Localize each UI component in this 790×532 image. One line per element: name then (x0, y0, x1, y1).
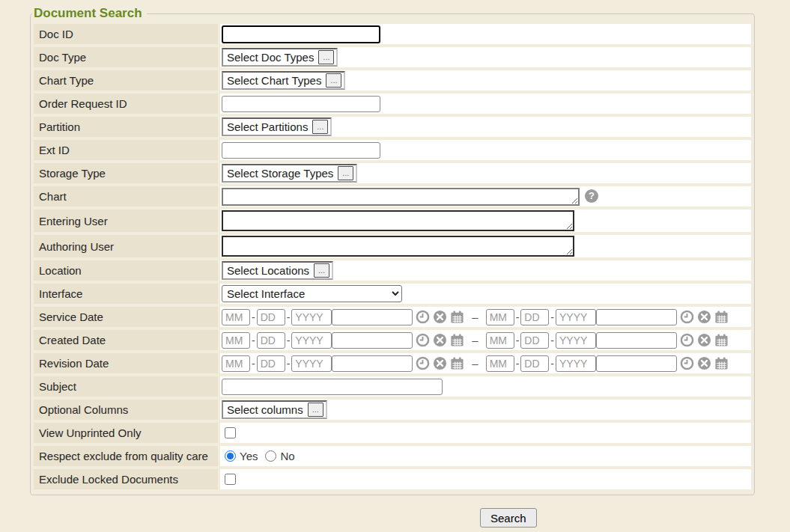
doc-type-picker[interactable]: Select Doc Types... (222, 48, 338, 67)
revision-date-to-year-input[interactable] (556, 355, 596, 372)
row-label-entering-user: Entering User (34, 210, 218, 232)
clear-icon[interactable] (697, 310, 711, 324)
revision-date-to-month-input[interactable] (486, 355, 514, 372)
created-date-from-year-input[interactable] (291, 332, 332, 349)
exclude-locked-documents-checkbox[interactable] (225, 474, 236, 485)
chart-textarea[interactable] (222, 188, 580, 206)
partition-picker[interactable]: Select Partitions... (222, 117, 332, 136)
service-date-to-day-input[interactable] (520, 309, 549, 325)
clear-icon[interactable] (433, 310, 447, 324)
service-date-from-year-input[interactable] (291, 309, 332, 325)
doc-type-picker-label: Select Doc Types (227, 51, 314, 64)
location-picker-button[interactable]: ... (314, 263, 329, 278)
chart-type-picker-label: Select Chart Types (227, 74, 321, 87)
authoring-user-textarea[interactable] (222, 236, 574, 257)
calendar-icon[interactable] (450, 310, 464, 324)
row-label-chart: Chart (34, 186, 218, 207)
form-row-storage-type: Storage TypeSelect Storage Types... (34, 163, 751, 183)
doc-id-input[interactable] (222, 25, 380, 43)
calendar-icon[interactable] (450, 333, 464, 347)
revision-date-from-day-input[interactable] (257, 355, 285, 372)
search-button[interactable]: Search (480, 508, 537, 528)
revision-date-from-time-input[interactable] (332, 355, 413, 372)
ext-id-input[interactable] (222, 142, 380, 159)
row-value-order-request-id (220, 94, 751, 114)
form-row-ext-id: Ext ID (34, 140, 751, 160)
respect-exclude-from-quality-care-radio-group: YesNo (222, 449, 750, 463)
storage-type-picker-label: Select Storage Types (227, 167, 333, 180)
interface-select[interactable]: Select Interface (222, 285, 402, 302)
chart-type-picker-button[interactable]: ... (326, 73, 341, 88)
revision-date-from-month-input[interactable] (222, 355, 250, 372)
created-date-from-day-input[interactable] (257, 332, 285, 349)
row-label-respect-exclude-from-quality-care: Respect exclude from quality care (34, 446, 218, 466)
respect-exclude-from-quality-care-radio-yes[interactable] (225, 450, 236, 462)
clock-icon[interactable] (680, 356, 694, 370)
clock-icon[interactable] (416, 310, 430, 324)
form-row-authoring-user: Authoring User (34, 235, 751, 257)
row-value-ext-id (220, 140, 751, 160)
optional-columns-picker-button[interactable]: ... (308, 403, 323, 417)
created-date-to-month-input[interactable] (486, 332, 514, 349)
location-picker-label: Select Locations (227, 264, 309, 277)
calendar-icon[interactable] (450, 356, 464, 370)
row-label-storage-type: Storage Type (34, 163, 218, 183)
created-date-from-date-group: -- (222, 332, 464, 349)
calendar-icon[interactable] (714, 356, 729, 370)
created-date-from-time-input[interactable] (332, 332, 413, 349)
chart-type-picker[interactable]: Select Chart Types... (222, 71, 345, 90)
service-date-to-time-input[interactable] (596, 309, 677, 325)
subject-input[interactable] (222, 379, 443, 395)
form-row-service-date: Service Date--–-- (34, 307, 751, 327)
date-field-separator: - (287, 334, 291, 346)
clear-icon[interactable] (697, 356, 711, 370)
created-date-to-year-input[interactable] (556, 332, 596, 349)
help-icon[interactable]: ? (585, 189, 598, 203)
partition-picker-button[interactable]: ... (312, 120, 328, 134)
created-date-from-month-input[interactable] (222, 332, 250, 349)
revision-date-to-time-input[interactable] (596, 355, 677, 372)
storage-type-picker[interactable]: Select Storage Types... (222, 164, 357, 183)
clock-icon[interactable] (680, 310, 694, 324)
calendar-icon[interactable] (714, 310, 729, 324)
service-date-from-month-input[interactable] (222, 309, 250, 325)
date-field-separator: - (287, 311, 291, 323)
form-table-body: Doc IDDoc TypeSelect Doc Types...Chart T… (34, 24, 751, 489)
revision-date-from-year-input[interactable] (291, 355, 332, 372)
storage-type-picker-button[interactable]: ... (338, 166, 353, 180)
clock-icon[interactable] (416, 333, 430, 347)
optional-columns-picker[interactable]: Select columns... (222, 400, 327, 419)
form-row-doc-id: Doc ID (34, 24, 751, 44)
calendar-icon[interactable] (714, 333, 729, 347)
row-label-doc-id: Doc ID (34, 24, 218, 44)
service-date-from-time-input[interactable] (332, 309, 413, 325)
form-row-partition: PartitionSelect Partitions... (34, 117, 751, 137)
clear-icon[interactable] (433, 356, 447, 370)
clear-icon[interactable] (433, 333, 447, 347)
service-date-from-day-input[interactable] (257, 309, 285, 325)
form-row-entering-user: Entering User (34, 210, 751, 232)
respect-exclude-from-quality-care-radio-no[interactable] (265, 450, 276, 462)
row-label-revision-date: Revision Date (34, 353, 218, 373)
view-unprinted-only-checkbox[interactable] (225, 427, 236, 438)
partition-picker-label: Select Partitions (227, 120, 308, 133)
created-date-to-time-input[interactable] (596, 332, 677, 349)
date-field-separator: - (550, 311, 554, 323)
clear-icon[interactable] (697, 333, 711, 347)
doc-type-picker-button[interactable]: ... (318, 50, 334, 64)
row-value-service-date: --–-- (220, 307, 751, 327)
service-date-to-year-input[interactable] (556, 309, 596, 325)
entering-user-textarea[interactable] (222, 210, 574, 231)
row-value-doc-id (220, 24, 751, 44)
row-value-subject (220, 376, 751, 397)
form-row-subject: Subject (34, 376, 751, 397)
order-request-id-input[interactable] (222, 96, 380, 112)
revision-date-to-day-input[interactable] (520, 355, 549, 372)
location-picker[interactable]: Select Locations... (222, 261, 333, 280)
row-value-location: Select Locations... (220, 260, 751, 281)
created-date-to-day-input[interactable] (520, 332, 549, 349)
service-date-to-month-input[interactable] (486, 309, 514, 325)
clock-icon[interactable] (416, 356, 430, 370)
date-field-separator: - (252, 311, 255, 323)
clock-icon[interactable] (680, 333, 694, 347)
